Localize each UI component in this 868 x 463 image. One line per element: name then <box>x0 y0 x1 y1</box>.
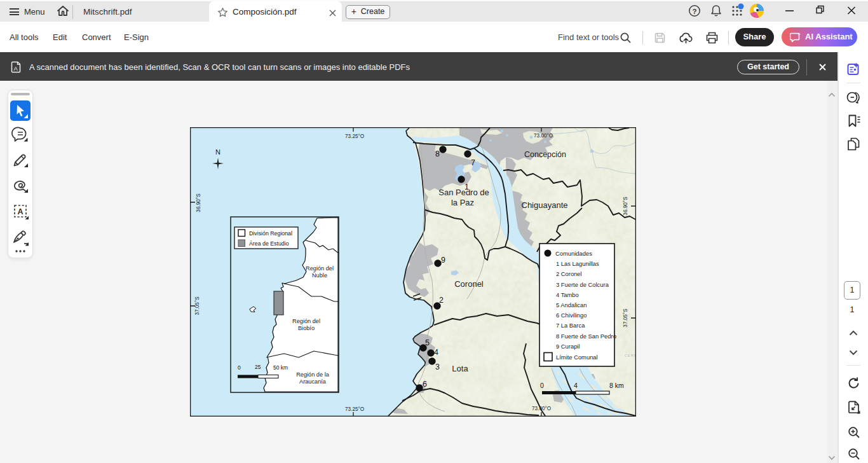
svg-text:Área de Estudio: Área de Estudio <box>249 240 289 247</box>
svg-text:8 km: 8 km <box>609 382 624 389</box>
svg-text:A: A <box>17 207 23 216</box>
svg-text:37.05°S: 37.05°S <box>623 308 628 328</box>
svg-text:A: A <box>13 65 18 72</box>
svg-text:Región del: Región del <box>306 265 334 272</box>
svg-text:Región del: Región del <box>292 318 320 324</box>
svg-text:CERRO: CERRO <box>625 354 636 357</box>
svg-text:73.25°O: 73.25°O <box>345 134 364 139</box>
svg-text:8: 8 <box>435 149 440 158</box>
svg-text:Comunidades: Comunidades <box>555 250 592 257</box>
svg-text:8 Fuerte de San Pedro: 8 Fuerte de San Pedro <box>556 333 616 340</box>
svg-text:Biobío: Biobío <box>298 325 315 331</box>
svg-text:2 Coronel: 2 Coronel <box>556 270 582 277</box>
svg-text:0: 0 <box>540 382 544 389</box>
svg-text:6 Chivilingo: 6 Chivilingo <box>556 312 587 319</box>
svg-text:4: 4 <box>574 382 578 389</box>
svg-text:4: 4 <box>434 348 438 357</box>
svg-text:6: 6 <box>423 380 427 389</box>
svg-text:5: 5 <box>425 338 430 347</box>
svg-text:Concepción: Concepción <box>524 150 566 159</box>
svg-text:1 Las Lagunillas: 1 Las Lagunillas <box>556 260 599 267</box>
svg-text:73.00°O: 73.00°O <box>534 133 553 139</box>
svg-text:36.90°S: 36.90°S <box>623 197 628 216</box>
svg-text:25: 25 <box>255 364 261 370</box>
svg-text:División Regional: División Regional <box>249 230 292 237</box>
svg-text:la Paz: la Paz <box>451 198 474 207</box>
svg-text:Lota: Lota <box>452 364 468 373</box>
svg-text:9 Curapil: 9 Curapil <box>556 343 580 350</box>
svg-text:San Pedro de: San Pedro de <box>438 188 489 197</box>
svg-text:3 Fuerte de Colcura: 3 Fuerte de Colcura <box>556 281 609 288</box>
svg-text:36.90°S: 36.90°S <box>196 193 201 212</box>
svg-text:5 Andalican: 5 Andalican <box>556 301 587 308</box>
svg-text:0: 0 <box>238 364 241 371</box>
svg-text:2: 2 <box>439 296 444 305</box>
svg-text:73.00°O: 73.00°O <box>532 406 551 411</box>
svg-text:7 La Barca: 7 La Barca <box>556 322 585 329</box>
svg-text:37.05°S: 37.05°S <box>194 296 200 315</box>
svg-text:Chiguayante: Chiguayante <box>522 200 568 210</box>
svg-text:Ñuble: Ñuble <box>312 272 327 279</box>
svg-text:3: 3 <box>435 363 440 371</box>
svg-text:Araucanía: Araucanía <box>299 378 327 385</box>
svg-text:50 km: 50 km <box>273 364 288 371</box>
svg-text:73.25°O: 73.25°O <box>345 406 364 412</box>
svg-text:Límite Comunal: Límite Comunal <box>556 354 598 361</box>
svg-text:Región de la: Región de la <box>296 371 329 378</box>
svg-text:N: N <box>215 148 220 156</box>
svg-text:7: 7 <box>471 158 475 167</box>
svg-text:?: ? <box>692 8 696 15</box>
svg-text:Coronel: Coronel <box>454 279 484 289</box>
svg-text:4 Tambo: 4 Tambo <box>556 291 579 298</box>
svg-text:9: 9 <box>441 256 445 265</box>
